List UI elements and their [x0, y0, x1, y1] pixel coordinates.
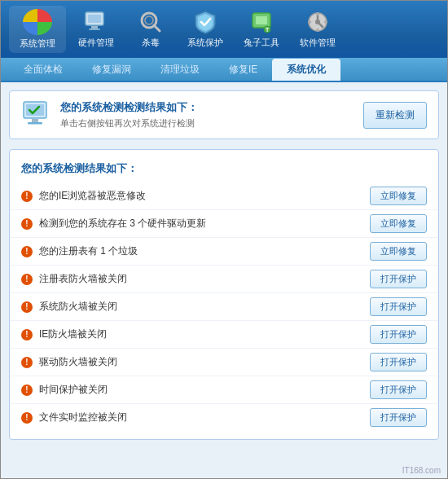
summary-subtitle: 单击右侧按钮再次对系统进行检测: [60, 117, 198, 130]
svg-rect-19: [32, 119, 38, 122]
svg-rect-14: [317, 29, 319, 32]
result-row: !文件实时监控被关闭打开保护: [10, 404, 438, 431]
rabbit-icon: T: [248, 10, 275, 34]
warn-icon: !: [21, 385, 33, 396]
result-text: 时间保护被关闭: [39, 383, 108, 397]
svg-rect-1: [88, 15, 101, 23]
result-left: !IE防火墙被关闭: [21, 327, 107, 341]
result-left: !您的IE浏览器被恶意修改: [21, 189, 146, 203]
svg-text:T: T: [266, 27, 270, 33]
result-left: !您的注册表有 1 个垃圾: [21, 244, 138, 258]
result-row: !检测到您的系统存在 3 个硬件驱动更新立即修复: [10, 210, 438, 238]
protect-button[interactable]: 打开保护: [370, 353, 427, 371]
tab-repair-missing[interactable]: 修复漏洞: [77, 59, 146, 81]
svg-line-5: [154, 25, 160, 31]
warn-icon: !: [21, 301, 33, 313]
svg-point-6: [145, 16, 153, 24]
svg-rect-15: [308, 21, 311, 24]
hardware-nav-item[interactable]: 硬件管理: [70, 6, 122, 53]
results-list: !您的IE浏览器被恶意修改立即修复!检测到您的系统存在 3 个硬件驱动更新立即修…: [10, 182, 438, 431]
result-left: !注册表防火墙被关闭: [21, 272, 127, 286]
result-row: !您的注册表有 1 个垃圾立即修复: [10, 238, 438, 266]
svg-rect-16: [324, 21, 327, 24]
result-row: !您的IE浏览器被恶意修改立即修复: [10, 182, 438, 210]
result-text: 驱动防火墙被关闭: [39, 355, 117, 369]
tab-repair-ie[interactable]: 修复IE: [214, 59, 272, 81]
result-row: !驱动防火墙被关闭打开保护: [10, 349, 438, 376]
svg-rect-8: [256, 16, 267, 24]
protect-button[interactable]: 打开保护: [370, 325, 427, 344]
kill-nav-item[interactable]: 杀毒: [126, 6, 175, 53]
warn-icon: !: [21, 218, 33, 230]
watermark: IT168.com: [402, 466, 441, 475]
result-row: !注册表防火墙被关闭打开保护: [10, 266, 438, 293]
result-text: 检测到您的系统存在 3 个硬件驱动更新: [39, 217, 206, 231]
hardware-label: 硬件管理: [78, 37, 114, 49]
rabbit-label: 兔子工具: [244, 37, 279, 49]
warn-icon: !: [21, 274, 33, 285]
result-text: IE防火墙被关闭: [39, 327, 107, 341]
logo-label: 系统管理: [20, 37, 55, 50]
result-left: !文件实时监控被关闭: [21, 411, 127, 424]
warn-icon: !: [21, 412, 33, 424]
tab-full-check[interactable]: 全面体检: [9, 59, 77, 81]
result-row: !时间保护被关闭打开保护: [10, 376, 438, 404]
fix-button[interactable]: 立即修复: [370, 187, 427, 205]
svg-rect-20: [28, 122, 42, 125]
result-row: !系统防火墙被关闭打开保护: [10, 293, 438, 321]
recheck-button[interactable]: 重新检测: [363, 102, 427, 129]
logo-button[interactable]: 系统管理: [9, 6, 66, 53]
software-icon: [305, 10, 331, 34]
result-row: !IE防火墙被关闭打开保护: [10, 321, 438, 349]
result-left: !时间保护被关闭: [21, 383, 108, 397]
result-text: 文件实时监控被关闭: [39, 411, 127, 424]
results-panel: 您的系统检测结果如下： !您的IE浏览器被恶意修改立即修复!检测到您的系统存在 …: [9, 149, 439, 440]
tab-bar: 全面体检 修复漏洞 清理垃圾 修复IE 系统优化: [1, 58, 447, 82]
warn-icon: !: [21, 357, 33, 368]
warn-icon: !: [21, 329, 33, 341]
protect-button[interactable]: 打开保护: [370, 270, 427, 288]
kill-icon: [138, 10, 164, 34]
protect-button[interactable]: 打开保护: [370, 297, 427, 316]
rabbit-nav-item[interactable]: T 兔子工具: [235, 6, 288, 53]
protect-label: 系统保护: [187, 37, 223, 49]
fix-button[interactable]: 立即修复: [370, 242, 427, 261]
summary-title: 您的系统检测检测结果如下：: [60, 100, 198, 115]
fix-button[interactable]: 立即修复: [370, 214, 427, 233]
svg-rect-2: [91, 26, 98, 29]
result-text: 系统防火墙被关闭: [39, 300, 117, 314]
summary-box: 您的系统检测检测结果如下： 单击右侧按钮再次对系统进行检测 重新检测: [9, 90, 439, 139]
software-nav-item[interactable]: 软件管理: [292, 6, 344, 53]
result-left: !系统防火墙被关闭: [21, 300, 117, 314]
svg-point-12: [315, 20, 320, 24]
result-text: 您的IE浏览器被恶意修改: [39, 189, 146, 203]
svg-rect-13: [317, 12, 319, 15]
summary-left: 您的系统检测检测结果如下： 单击右侧按钮再次对系统进行检测: [21, 99, 198, 130]
summary-text: 您的系统检测检测结果如下： 单击右侧按钮再次对系统进行检测: [60, 100, 198, 130]
protect-button[interactable]: 打开保护: [370, 380, 427, 399]
result-left: !驱动防火墙被关闭: [21, 355, 117, 369]
warn-icon: !: [21, 246, 33, 257]
result-left: !检测到您的系统存在 3 个硬件驱动更新: [21, 217, 206, 231]
hardware-icon: [83, 10, 109, 34]
main-content: 您的系统检测检测结果如下： 单击右侧按钮再次对系统进行检测 重新检测 您的系统检…: [1, 82, 447, 479]
svg-rect-3: [89, 29, 100, 30]
software-label: 软件管理: [300, 37, 336, 49]
tab-optimize[interactable]: 系统优化: [272, 59, 340, 81]
protect-icon: [192, 10, 218, 34]
result-text: 您的注册表有 1 个垃圾: [39, 244, 138, 258]
logo-icon: [23, 9, 52, 35]
results-title: 您的系统检测结果如下：: [10, 158, 438, 182]
warn-icon: !: [21, 191, 33, 202]
result-text: 注册表防火墙被关闭: [39, 272, 127, 286]
protect-button[interactable]: 打开保护: [370, 408, 427, 427]
top-navigation: 系统管理 硬件管理 杀毒: [1, 1, 447, 58]
protect-nav-item[interactable]: 系统保护: [179, 6, 231, 53]
tab-clean-junk[interactable]: 清理垃圾: [146, 59, 214, 81]
computer-icon: [21, 99, 52, 130]
kill-label: 杀毒: [142, 37, 160, 49]
